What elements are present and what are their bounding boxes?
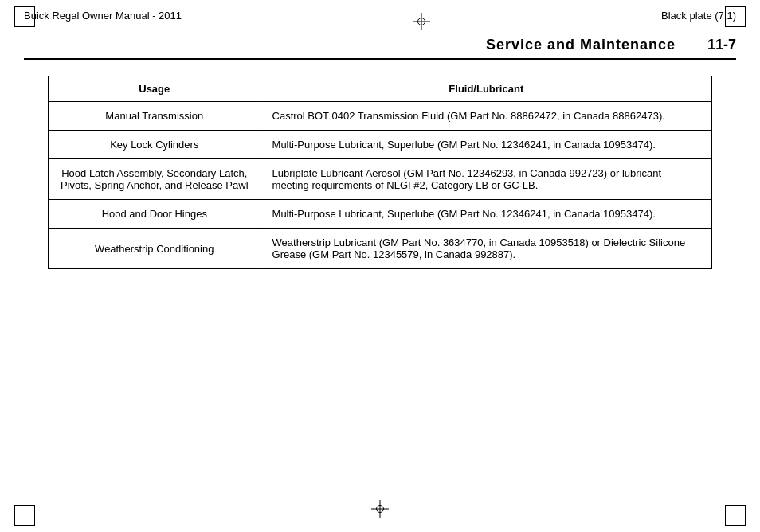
usage-cell-4: Weatherstrip Conditioning — [49, 229, 261, 269]
crosshair-bottom-icon — [371, 500, 389, 518]
col-fluid-header: Fluid/Lubricant — [261, 76, 711, 102]
table-header-row: Usage Fluid/Lubricant — [49, 76, 712, 102]
fluid-cell-3: Multi-Purpose Lubricant, Superlube (GM P… — [261, 200, 711, 229]
maintenance-table: Usage Fluid/Lubricant Manual Transmissio… — [48, 76, 712, 269]
corner-box-bl — [14, 505, 35, 526]
crosshair-bottom — [371, 500, 389, 518]
content-area: Usage Fluid/Lubricant Manual Transmissio… — [0, 60, 760, 285]
crosshair-circle-bottom — [376, 505, 384, 513]
table-row: Key Lock CylindersMulti-Purpose Lubrican… — [49, 131, 712, 159]
table-row: Weatherstrip ConditioningWeatherstrip Lu… — [49, 229, 712, 269]
header-center — [413, 13, 430, 30]
table-row: Hood Latch Assembly, Secondary Latch, Pi… — [49, 159, 712, 200]
fluid-cell-4: Weatherstrip Lubricant (GM Part No. 3634… — [261, 229, 711, 269]
fluid-cell-2: Lubriplate Lubricant Aerosol (GM Part No… — [261, 159, 711, 200]
crosshair-circle-top — [417, 18, 425, 25]
section-title: Service and Maintenance — [486, 37, 676, 53]
usage-cell-3: Hood and Door Hinges — [49, 200, 261, 229]
table-row: Manual TransmissionCastrol BOT 0402 Tran… — [49, 102, 712, 131]
usage-cell-2: Hood Latch Assembly, Secondary Latch, Pi… — [49, 159, 261, 200]
header-left-text: Buick Regal Owner Manual - 2011 — [24, 10, 182, 22]
page-wrapper: Buick Regal Owner Manual - 2011 Black pl… — [0, 0, 760, 532]
col-usage-header: Usage — [49, 76, 261, 102]
table-row: Hood and Door HingesMulti-Purpose Lubric… — [49, 200, 712, 229]
usage-cell-0: Manual Transmission — [49, 102, 261, 131]
page-header: Buick Regal Owner Manual - 2011 Black pl… — [0, 0, 760, 37]
corner-box-tl — [14, 6, 35, 27]
section-number: 11-7 — [707, 37, 736, 53]
corner-box-tr — [725, 6, 746, 27]
crosshair-top — [413, 13, 430, 30]
usage-cell-1: Key Lock Cylinders — [49, 131, 261, 159]
fluid-cell-0: Castrol BOT 0402 Transmission Fluid (GM … — [261, 102, 711, 131]
fluid-cell-1: Multi-Purpose Lubricant, Superlube (GM P… — [261, 131, 711, 159]
corner-box-br — [725, 505, 746, 526]
